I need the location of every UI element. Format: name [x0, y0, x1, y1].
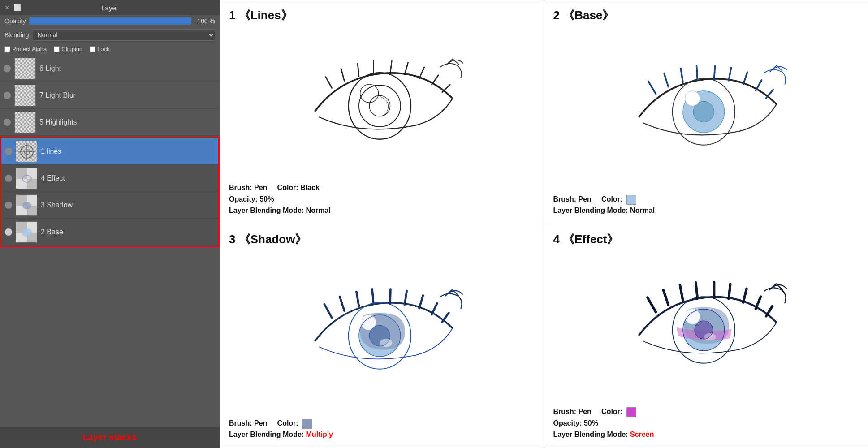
svg-line-63	[405, 291, 407, 305]
svg-line-42	[664, 73, 668, 87]
layer-name-3-shadow: 3 Shadow	[41, 201, 215, 209]
layer-visibility-6-light[interactable]	[4, 65, 11, 72]
layer-name-7-light-blur: 7 Light Blur	[39, 91, 216, 99]
brush-info-base: Brush: Pen Color: Layer Blending Mode: N…	[553, 194, 655, 216]
svg-point-14	[22, 202, 31, 209]
layer-thumbnail-7-light-blur	[14, 85, 36, 106]
clipping-checkbox[interactable]: Clipping	[54, 46, 82, 52]
svg-line-30	[432, 75, 438, 85]
svg-line-81	[743, 289, 747, 303]
effect-color-swatch	[626, 407, 636, 417]
layer-item-7-light-blur[interactable]: 7 Light Blur	[0, 82, 220, 109]
layer-item-1-lines[interactable]: 1 lines	[1, 138, 218, 165]
panel-bottom: Layer stacks	[0, 427, 220, 448]
svg-line-41	[648, 82, 656, 94]
svg-line-62	[390, 289, 390, 304]
svg-line-75	[648, 297, 656, 312]
svg-rect-8	[16, 179, 27, 189]
layer-item-5-highlights[interactable]: 5 Highlights	[0, 109, 220, 136]
lock-checkbox[interactable]: Lock	[90, 46, 109, 52]
svg-point-19	[22, 228, 32, 237]
layer-visibility-5-highlights[interactable]	[4, 119, 11, 126]
svg-rect-5	[16, 168, 27, 179]
layer-name-6-light: 6 Light	[39, 65, 216, 73]
layer-thumbnail-5-highlights	[14, 112, 36, 133]
layer-thumbnail-4-effect	[16, 168, 37, 189]
close-icon[interactable]: ✕	[4, 4, 10, 11]
opacity-slider[interactable]	[29, 17, 191, 25]
layer-visibility-4-effect[interactable]	[5, 175, 12, 182]
svg-line-65	[432, 303, 437, 314]
layer-thumbnail-3-shadow	[16, 194, 37, 216]
layer-item-4-effect[interactable]: 4 Effect	[1, 165, 218, 192]
blending-select[interactable]: Normal Multiply Screen	[33, 29, 216, 41]
svg-line-24	[341, 69, 344, 81]
protect-alpha-checkbox[interactable]: Protect Alpha	[4, 46, 47, 52]
checkboxes-row: Protect Alpha Clipping Lock	[0, 43, 220, 55]
layer-item-3-shadow[interactable]: 3 Shadow	[1, 192, 218, 219]
svg-line-29	[419, 67, 424, 78]
svg-line-66	[442, 313, 449, 322]
shadow-blend-mode: Multiply	[306, 431, 333, 438]
svg-line-77	[680, 285, 683, 300]
svg-point-21	[359, 85, 401, 127]
layer-group-border: 1 lines 4 Effect	[0, 137, 220, 247]
svg-line-49	[766, 90, 773, 98]
svg-line-82	[756, 297, 761, 309]
layer-item-6-light[interactable]: 6 Light	[0, 55, 220, 82]
quadrant-2-title: 2 《Base》	[553, 8, 614, 23]
svg-rect-7	[27, 168, 37, 179]
layers-list: 6 Light 7 Light Blur 5 Highlights	[0, 55, 220, 247]
svg-line-58	[324, 304, 332, 318]
layer-thumbnail-6-light	[14, 58, 36, 79]
svg-point-69	[685, 309, 700, 324]
svg-line-45	[714, 66, 715, 80]
svg-line-61	[372, 289, 373, 304]
svg-line-47	[743, 72, 747, 84]
eye-drawing-shadow	[229, 251, 535, 414]
clipping-input[interactable]	[54, 46, 60, 52]
brush-info-effect: Brush: Pen Color: Opacity: 50% Layer Ble…	[553, 406, 654, 440]
svg-rect-6	[27, 179, 37, 189]
layer-name-5-highlights: 5 Highlights	[39, 118, 216, 126]
quadrant-1-title: 1 《Lines》	[229, 8, 293, 23]
layer-item-2-base[interactable]: 2 Base	[1, 219, 218, 246]
lock-input[interactable]	[90, 46, 95, 52]
quadrant-lines: 1 《Lines》	[220, 0, 544, 224]
svg-line-44	[697, 66, 698, 80]
svg-line-31	[442, 85, 450, 92]
layer-name-2-base: 2 Base	[41, 228, 215, 236]
opacity-row: Opacity 100 %	[0, 15, 220, 27]
layer-visibility-3-shadow[interactable]	[5, 202, 12, 209]
layers-scroll-area[interactable]: 6 Light 7 Light Blur 5 Highlights	[0, 55, 220, 427]
layer-visibility-7-light-blur[interactable]	[4, 92, 11, 99]
svg-line-60	[356, 292, 359, 306]
opacity-value: 100 %	[195, 17, 215, 25]
layer-visibility-2-base[interactable]	[5, 228, 12, 236]
svg-line-27	[390, 61, 392, 74]
opacity-label: Opacity	[4, 17, 26, 25]
svg-line-46	[729, 68, 731, 81]
quadrant-base: 2 《Base》	[544, 0, 868, 224]
quadrant-3-title: 3 《Shadow》	[229, 232, 307, 247]
quadrant-shadow: 3 《Shadow》	[220, 224, 544, 448]
layer-thumbnail-2-base	[16, 221, 37, 243]
quadrant-4-title: 4 《Effect》	[553, 232, 619, 247]
layer-thumbnail-1-lines	[16, 141, 37, 162]
svg-line-28	[405, 63, 408, 75]
base-color-swatch	[626, 195, 636, 205]
layer-name-4-effect: 4 Effect	[41, 174, 215, 182]
panel-titlebar: ✕ ⬜ Layer	[0, 0, 220, 15]
layer-stacks-label: Layer stacks	[82, 432, 137, 442]
brush-info-lines: Brush: Pen Color: Black Opacity: 50% Lay…	[229, 182, 331, 216]
eye-drawing-lines	[229, 27, 535, 178]
protect-alpha-input[interactable]	[4, 46, 10, 52]
svg-point-54	[380, 339, 392, 347]
expand-icon[interactable]: ⬜	[13, 4, 21, 11]
svg-line-25	[358, 64, 359, 77]
panel-title: Layer	[101, 4, 118, 12]
shadow-color-swatch	[302, 419, 312, 429]
layer-visibility-1-lines[interactable]	[5, 148, 12, 155]
tutorial-panel: 1 《Lines》	[220, 0, 868, 448]
svg-line-64	[419, 295, 423, 308]
